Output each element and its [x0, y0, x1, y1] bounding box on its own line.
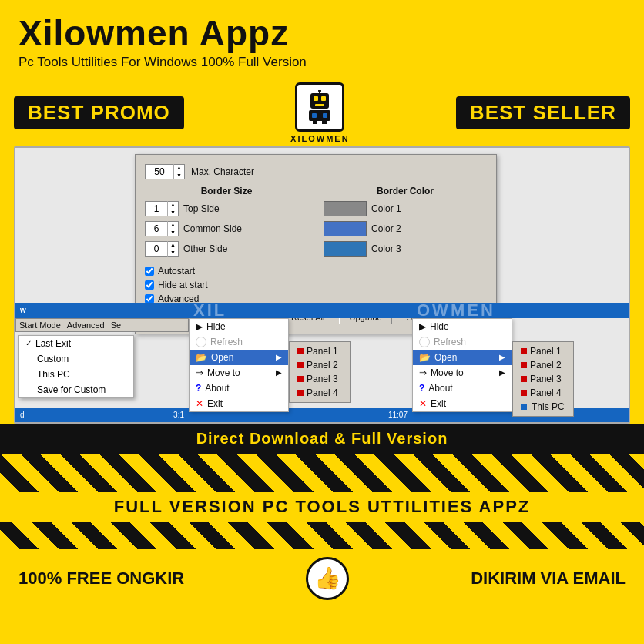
about-info-icon: ? — [196, 383, 201, 394]
menus-container: w Start Mode Advanced Se ✓ Last Exit Cus… — [15, 303, 629, 422]
left-open-item[interactable]: 📂 Open ▶ — [190, 350, 288, 365]
left-moveto-item[interactable]: ⇒ Move to ▶ — [190, 365, 288, 381]
color2-swatch[interactable] — [324, 221, 367, 236]
common-side-row: 6 ▲ ▼ Common Side — [145, 221, 308, 236]
dropdown-item-save-custom[interactable]: Save for Custom — [19, 382, 133, 397]
border-size-col: Border Size 1 ▲ ▼ Top Side 6 — [145, 186, 308, 261]
border-section: Border Size 1 ▲ ▼ Top Side 6 — [145, 186, 487, 261]
stripe-section — [0, 454, 644, 492]
color3-label: Color 3 — [371, 243, 401, 254]
right-moveto-arrow-icon: ▶ — [499, 368, 505, 377]
common-side-down[interactable]: ▼ — [168, 229, 178, 236]
screenshot-area: XILOWMEN 50 ▲ ▼ Max. Character Border Si… — [14, 146, 630, 424]
context-right-bar: OWMEN — [412, 303, 630, 318]
left-about-item[interactable]: ? About — [190, 381, 288, 396]
panel2-icon-left — [297, 362, 304, 368]
panel3-icon-left — [297, 376, 304, 382]
right-open-folder-icon: 📂 — [419, 352, 431, 363]
email-text: DIKIRIM VIA EMAIL — [471, 569, 626, 589]
dropdown-item-last-exit[interactable]: ✓ Last Exit — [19, 336, 133, 351]
svg-rect-1 — [314, 96, 318, 101]
autostart-label: Autostart — [158, 266, 195, 277]
panel4-item-right[interactable]: Panel 4 — [513, 386, 573, 400]
max-char-row: 50 ▲ ▼ Max. Character — [145, 164, 487, 179]
border-color-col: Border Color Color 1 Color 2 Color 3 — [324, 186, 487, 261]
color1-row: Color 1 — [324, 201, 487, 216]
panel1-icon-right — [521, 348, 527, 354]
panel4-item-left[interactable]: Panel 4 — [290, 386, 350, 400]
color3-swatch[interactable] — [324, 241, 367, 257]
hide-at-start-row: Hide at start — [145, 280, 487, 290]
left-hide-item[interactable]: ▶ Hide — [190, 319, 288, 334]
border-color-header: Border Color — [324, 186, 487, 196]
this-pc-item-right[interactable]: This PC — [513, 400, 573, 414]
app-title: Xilowmen Appz — [18, 14, 626, 53]
left-panel-list: Panel 1 Panel 2 Panel 3 Panel 4 — [289, 341, 351, 403]
hide-arrow-icon: ▶ — [196, 321, 203, 332]
open-folder-icon: 📂 — [196, 352, 207, 363]
full-version-bar: FULL VERSION PC TOOLS UTTILITIES APPZ — [0, 492, 644, 522]
best-promo-badge: BEST PROMO — [14, 96, 184, 129]
panel3-item-right[interactable]: Panel 3 — [513, 372, 573, 386]
right-exit-item[interactable]: ✕ Exit — [413, 396, 512, 411]
left-exit-item[interactable]: ✕ Exit — [190, 396, 288, 411]
ongkir-text: 100% FREE ONGKIR — [18, 569, 184, 589]
svg-rect-9 — [313, 121, 317, 124]
panel2-item-left[interactable]: Panel 2 — [290, 358, 350, 372]
panel2-item-right[interactable]: Panel 2 — [513, 358, 573, 372]
common-side-up[interactable]: ▲ — [168, 221, 178, 229]
right-hide-item[interactable]: ▶ Hide — [413, 319, 512, 334]
panel1-icon-left — [297, 348, 304, 354]
other-side-down[interactable]: ▼ — [168, 249, 178, 257]
svg-rect-2 — [321, 96, 326, 101]
advanced-menu-label: Advanced — [67, 320, 105, 330]
refresh-icon — [196, 337, 206, 347]
moveto-icon: ⇒ — [196, 367, 203, 378]
start-mode-menubar: Start Mode Advanced Se — [15, 318, 189, 332]
autostart-checkbox[interactable] — [145, 267, 154, 276]
footer-section: 100% FREE ONGKIR 👍 DIKIRIM VIA EMAIL — [0, 549, 644, 606]
hide-at-start-checkbox[interactable] — [145, 280, 154, 290]
left-time-2: 3:1 — [173, 411, 184, 419]
download-text: Direct Download & Full Version — [15, 430, 629, 448]
open-arrow-icon: ▶ — [276, 353, 282, 361]
border-size-header: Border Size — [145, 186, 308, 196]
best-seller-badge: BEST SELLER — [456, 96, 630, 129]
logo-text: XILOWMEN — [290, 134, 350, 143]
left-refresh-item[interactable]: Refresh — [190, 334, 288, 350]
color1-swatch[interactable] — [324, 201, 367, 216]
context-left-section: XIL ▶ Hide Refresh 📂 Open ▶ — [189, 303, 412, 422]
svg-point-5 — [318, 90, 321, 92]
max-char-label: Max. Character — [191, 166, 260, 177]
top-side-down[interactable]: ▼ — [168, 209, 178, 216]
top-side-label: Top Side — [183, 203, 220, 214]
dropdown-item-custom[interactable]: Custom — [19, 351, 133, 367]
badge-row: BEST PROMO XILOWMEN BE — [0, 78, 644, 146]
center-left-time: 11:07 — [388, 411, 408, 419]
max-char-value: 50 — [146, 166, 173, 177]
panel1-item-left[interactable]: Panel 1 — [290, 344, 350, 358]
logo-box — [295, 82, 344, 132]
autostart-row: Autostart — [145, 266, 487, 277]
hide-at-start-label: Hide at start — [158, 280, 208, 290]
right-refresh-item[interactable]: Refresh — [413, 334, 512, 350]
color2-row: Color 2 — [324, 221, 487, 236]
top-side-up[interactable]: ▲ — [168, 201, 178, 209]
start-mode-section: w Start Mode Advanced Se ✓ Last Exit Cus… — [15, 303, 189, 422]
max-char-up[interactable]: ▲ — [174, 164, 184, 172]
panel4-icon-right — [521, 390, 527, 396]
panel3-item-left[interactable]: Panel 3 — [290, 372, 350, 386]
right-moveto-item[interactable]: ⇒ Move to ▶ — [413, 365, 512, 381]
other-side-up[interactable]: ▲ — [168, 241, 178, 249]
right-refresh-icon — [419, 337, 430, 347]
right-about-item[interactable]: ? About — [413, 381, 512, 396]
right-exit-icon: ✕ — [419, 398, 427, 409]
svg-rect-3 — [315, 104, 324, 106]
logo-center: XILOWMEN — [290, 82, 350, 143]
panel1-item-right[interactable]: Panel 1 — [513, 344, 573, 358]
right-open-item[interactable]: 📂 Open ▶ — [413, 350, 512, 365]
start-mode-dropdown: ✓ Last Exit Custom This PC Save for Cust… — [18, 335, 134, 398]
dropdown-item-this-pc[interactable]: This PC — [19, 367, 133, 382]
color2-label: Color 2 — [371, 223, 401, 234]
max-char-down[interactable]: ▼ — [174, 172, 184, 179]
